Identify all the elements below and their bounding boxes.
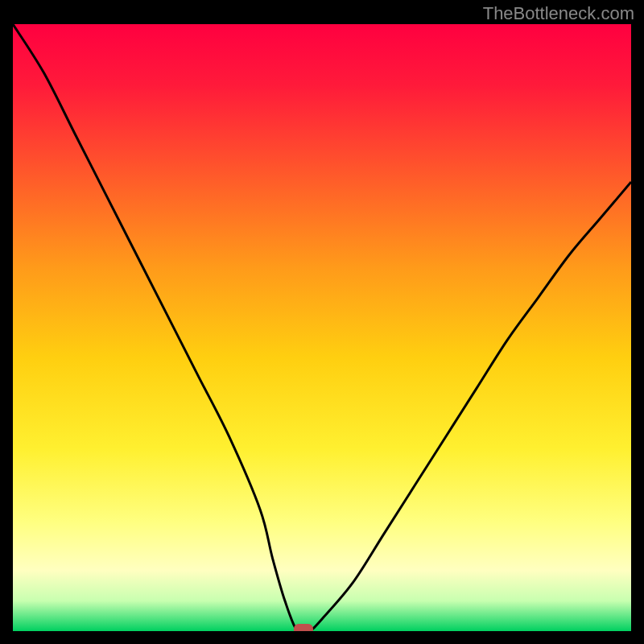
chart-svg [13, 24, 631, 631]
chart-area [13, 24, 631, 631]
watermark-text: TheBottleneck.com [483, 3, 634, 24]
optimal-marker [294, 624, 313, 631]
chart-background [13, 24, 631, 631]
